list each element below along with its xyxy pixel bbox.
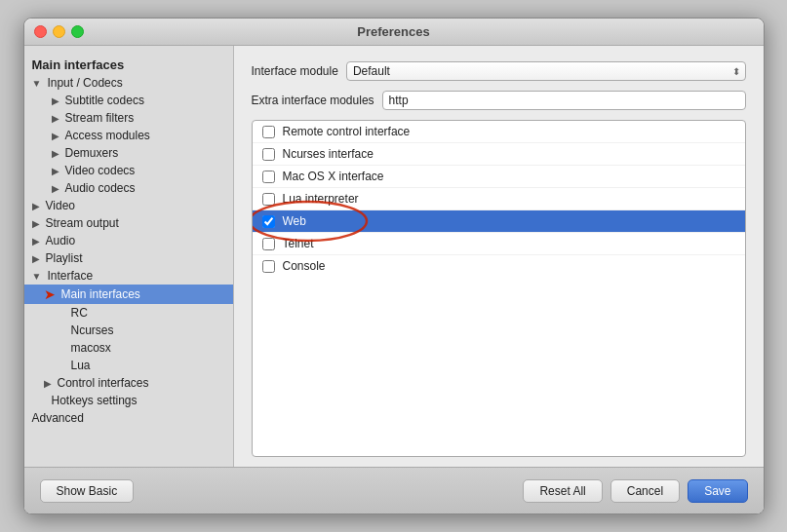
- sidebar-item-demuxers[interactable]: ▶ Demuxers: [24, 144, 233, 162]
- sidebar-item-lua[interactable]: Lua: [24, 357, 233, 374]
- sidebar-item-stream-output[interactable]: ▶ Stream output: [24, 214, 233, 232]
- sidebar-item-label: Playlist: [46, 251, 83, 265]
- arrow-icon: ▶: [52, 166, 59, 176]
- list-item-remote-control[interactable]: Remote control interface: [253, 121, 745, 143]
- sidebar-item-label: Lua: [71, 359, 91, 372]
- reset-all-button[interactable]: Reset All: [523, 479, 602, 503]
- preferences-window: Preferences Main interfaces ▼ Input / Co…: [23, 18, 765, 514]
- window-title: Preferences: [357, 24, 429, 39]
- item-label: Remote control interface: [283, 125, 411, 138]
- item-label: Console: [283, 259, 326, 273]
- sidebar-item-access-modules[interactable]: ▶ Access modules: [24, 127, 233, 144]
- sidebar-item-playlist[interactable]: ▶ Playlist: [24, 249, 233, 267]
- interface-module-select[interactable]: Default: [346, 61, 746, 81]
- content-area: Main interfaces ▼ Input / Codecs ▶ Subti…: [24, 46, 764, 467]
- sidebar-item-label: Input / Codecs: [47, 76, 122, 90]
- arrow-icon: ▶: [32, 253, 40, 264]
- sidebar-item-stream-filters[interactable]: ▶ Stream filters: [24, 109, 233, 127]
- sidebar-item-interface[interactable]: ▼ Interface: [24, 267, 233, 285]
- sidebar-item-subtitle-codecs[interactable]: ▶ Subtitle codecs: [24, 92, 233, 109]
- titlebar-buttons: [34, 25, 84, 38]
- arrow-icon: ▼: [32, 271, 42, 282]
- sidebar-item-audio[interactable]: ▶ Audio: [24, 232, 233, 249]
- list-item-lua[interactable]: Lua interpreter: [253, 188, 745, 210]
- footer-left: Show Basic: [40, 479, 516, 503]
- sidebar-item-input-codecs[interactable]: ▼ Input / Codecs: [24, 74, 233, 92]
- red-arrow-icon: ➤: [44, 286, 56, 302]
- arrow-icon: ▶: [52, 148, 59, 159]
- arrow-icon: ▶: [52, 95, 59, 106]
- sidebar-section-title: Main interfaces: [24, 54, 233, 74]
- item-label: Ncurses interface: [283, 147, 374, 161]
- sidebar-item-label: Subtitle codecs: [65, 94, 144, 107]
- arrow-icon: ▶: [52, 131, 59, 141]
- item-label: Lua interpreter: [283, 192, 359, 206]
- main-panel: Interface module Default ⬍ Extra interfa…: [234, 46, 764, 467]
- list-item-web[interactable]: Web: [253, 210, 745, 233]
- sidebar-item-main-interfaces[interactable]: ➤ Main interfaces: [24, 285, 233, 304]
- checkbox-console[interactable]: [262, 260, 275, 273]
- item-label: Telnet: [283, 237, 314, 250]
- sidebar-item-hotkeys[interactable]: Hotkeys settings: [24, 392, 233, 409]
- list-item-ncurses[interactable]: Ncurses interface: [253, 143, 745, 166]
- extra-interface-input[interactable]: [382, 91, 746, 110]
- item-label: Web: [283, 214, 306, 228]
- interface-module-row: Interface module Default ⬍: [252, 61, 746, 81]
- sidebar-item-advanced[interactable]: Advanced: [24, 409, 233, 427]
- sidebar-item-label: Interface: [47, 269, 93, 283]
- list-item-macosx[interactable]: Mac OS X interface: [253, 166, 745, 188]
- sidebar-item-label: RC: [71, 306, 88, 320]
- sidebar-item-label: Video: [46, 199, 75, 212]
- interface-list: Remote control interface Ncurses interfa…: [252, 120, 746, 457]
- sidebar-item-label: Advanced: [32, 411, 84, 425]
- titlebar: Preferences: [24, 19, 764, 46]
- arrow-icon: ▶: [44, 378, 52, 389]
- sidebar-item-label: Audio codecs: [65, 181, 136, 195]
- checkbox-lua[interactable]: [262, 193, 275, 206]
- sidebar-item-macosx[interactable]: macosx: [24, 339, 233, 357]
- interface-module-select-wrapper: Default ⬍: [346, 61, 746, 81]
- list-item-console[interactable]: Console: [253, 255, 745, 277]
- list-item-telnet[interactable]: Telnet: [253, 233, 745, 255]
- sidebar-item-label: Ncurses: [71, 323, 114, 337]
- checkbox-remote-control[interactable]: [262, 126, 275, 138]
- checkbox-ncurses[interactable]: [262, 148, 275, 161]
- sidebar-item-label: Access modules: [65, 129, 150, 142]
- footer-right: Reset All Cancel Save: [523, 479, 747, 503]
- arrow-icon: ▶: [32, 236, 40, 247]
- extra-interface-row: Extra interface modules: [252, 91, 746, 110]
- save-button[interactable]: Save: [688, 479, 747, 503]
- sidebar-item-control-interfaces[interactable]: ▶ Control interfaces: [24, 374, 233, 392]
- arrow-icon: ▶: [32, 201, 40, 211]
- footer: Show Basic Reset All Cancel Save: [24, 467, 764, 513]
- arrow-icon: ▶: [32, 218, 40, 229]
- close-button[interactable]: [34, 25, 47, 38]
- list-container: Remote control interface Ncurses interfa…: [252, 120, 746, 457]
- sidebar-item-label: macosx: [71, 341, 111, 355]
- sidebar-item-video[interactable]: ▶ Video: [24, 197, 233, 214]
- arrow-icon: ▶: [52, 183, 59, 194]
- cancel-button[interactable]: Cancel: [610, 479, 680, 503]
- checkbox-telnet[interactable]: [262, 238, 275, 250]
- arrow-icon: ▼: [32, 78, 42, 89]
- item-label: Mac OS X interface: [283, 170, 384, 183]
- sidebar-item-label: Control interfaces: [58, 376, 149, 390]
- minimize-button[interactable]: [53, 25, 65, 38]
- sidebar-item-label: Stream output: [46, 216, 119, 230]
- sidebar-item-label: Video codecs: [65, 164, 136, 177]
- checkbox-macosx[interactable]: [262, 171, 275, 183]
- sidebar-item-label: Audio: [46, 234, 76, 247]
- sidebar-item-video-codecs[interactable]: ▶ Video codecs: [24, 162, 233, 179]
- maximize-button[interactable]: [71, 25, 84, 38]
- sidebar-item-rc[interactable]: RC: [24, 304, 233, 322]
- sidebar-item-label: Demuxers: [65, 146, 119, 160]
- sidebar-item-label: Main interfaces: [61, 287, 140, 301]
- sidebar: Main interfaces ▼ Input / Codecs ▶ Subti…: [24, 46, 234, 467]
- checkbox-web[interactable]: [262, 215, 275, 228]
- sidebar-item-ncurses[interactable]: Ncurses: [24, 322, 233, 339]
- sidebar-item-label: Stream filters: [65, 111, 135, 125]
- interface-module-label: Interface module: [252, 64, 338, 78]
- extra-interface-label: Extra interface modules: [252, 94, 374, 107]
- show-basic-button[interactable]: Show Basic: [40, 479, 135, 503]
- sidebar-item-audio-codecs[interactable]: ▶ Audio codecs: [24, 179, 233, 197]
